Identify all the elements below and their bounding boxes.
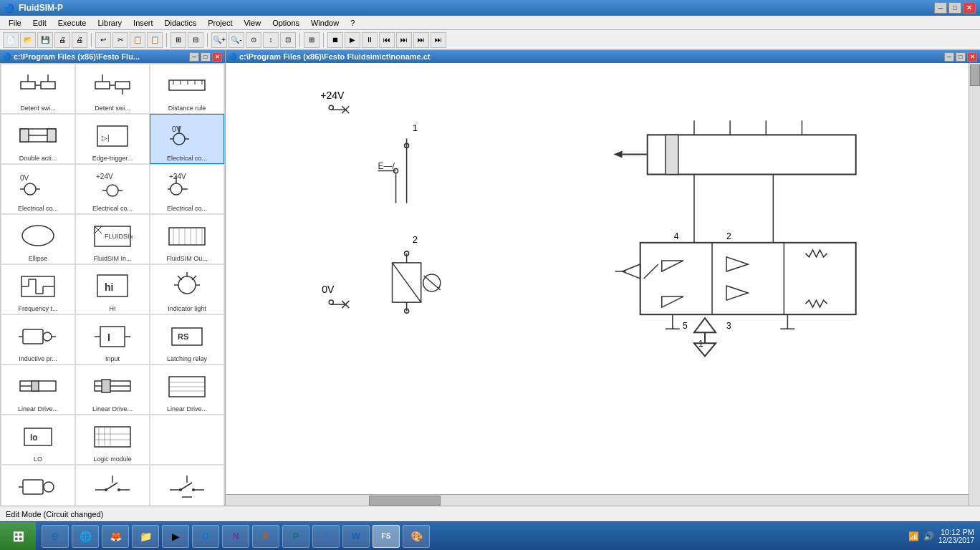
undo-button[interactable]: ↩ bbox=[95, 32, 111, 48]
taskbar-firefox[interactable]: 🦊 bbox=[102, 525, 129, 548]
menu-library[interactable]: Library bbox=[92, 17, 128, 29]
end-button[interactable]: ⏭ bbox=[431, 32, 446, 48]
svg-point-40 bbox=[22, 226, 54, 246]
lib-item-electrical-co4[interactable]: +24V Electrical co... bbox=[150, 164, 224, 214]
library-scroll[interactable]: Detent swi... Detent swi... Distance rul… bbox=[0, 63, 225, 506]
title-bar-controls: ─ □ ✕ bbox=[934, 2, 976, 14]
lib-item-electrical-co1[interactable]: 0V Electrical co... bbox=[150, 114, 224, 164]
menu-edit[interactable]: Edit bbox=[27, 17, 52, 29]
menu-insert[interactable]: Insert bbox=[128, 17, 159, 29]
taskbar-visio[interactable]: V bbox=[312, 525, 340, 548]
exhaust-triangle1 bbox=[694, 318, 716, 332]
svg-rect-81 bbox=[32, 381, 39, 391]
menu-didactics[interactable]: Didactics bbox=[159, 17, 203, 29]
canvas-minimize[interactable]: ─ bbox=[944, 52, 954, 62]
canvas-scrollbar-horizontal[interactable] bbox=[226, 494, 969, 506]
menu-options[interactable]: Options bbox=[266, 17, 305, 29]
step-back-button[interactable]: ⏮ bbox=[379, 32, 395, 48]
taskbar-publisher[interactable]: P bbox=[282, 525, 309, 548]
taskbar-outlook[interactable]: O bbox=[192, 525, 219, 548]
pause-button[interactable]: ⏸ bbox=[362, 32, 378, 48]
taskbar-powerpoint[interactable]: P bbox=[252, 525, 279, 548]
canvas-scrollbar-vertical[interactable] bbox=[969, 63, 980, 506]
lib-item-hi-label: HI bbox=[110, 305, 116, 312]
zoom-reset-button[interactable]: ↕ bbox=[263, 32, 279, 48]
label-2-left: 2 bbox=[413, 234, 418, 245]
maximize-button[interactable]: □ bbox=[948, 2, 961, 14]
zoom-in-button[interactable]: 🔍+ bbox=[211, 32, 227, 48]
lib-item-lo[interactable]: lo LO bbox=[1, 415, 75, 465]
lib-item-electrical-co2[interactable]: 0V Electrical co... bbox=[1, 164, 75, 214]
taskbar-paint[interactable]: 🎨 bbox=[403, 525, 430, 548]
lib-item-linear-drive1[interactable]: Linear Drive... bbox=[1, 365, 75, 415]
ungroup-button[interactable]: ⊟ bbox=[188, 32, 203, 48]
taskbar-onenote[interactable]: N bbox=[222, 525, 249, 548]
open-button[interactable]: 📂 bbox=[20, 32, 36, 48]
taskbar-folder[interactable]: 📁 bbox=[132, 525, 159, 548]
lib-item-input[interactable]: I Input bbox=[75, 314, 150, 365]
zoom-out-button[interactable]: 🔍- bbox=[229, 32, 244, 48]
taskbar-word[interactable]: W bbox=[342, 525, 370, 548]
menu-help[interactable]: ? bbox=[345, 17, 360, 29]
print-preview-button[interactable]: 🖨 bbox=[54, 32, 70, 48]
lib-item-magnetic-pr[interactable]: Magnetic pr... bbox=[1, 465, 75, 506]
taskbar-ie[interactable]: e bbox=[42, 525, 69, 548]
menu-file[interactable]: File bbox=[3, 17, 27, 29]
menu-execute[interactable]: Execute bbox=[52, 17, 92, 29]
start-button[interactable]: ⊞ bbox=[0, 522, 36, 550]
lib-item-distance-rule[interactable]: Distance rule bbox=[150, 64, 224, 114]
paste-button[interactable]: 📋 bbox=[147, 32, 163, 48]
copy-button[interactable]: 📋 bbox=[130, 32, 145, 48]
lib-item-latching-relay[interactable]: RS Latching relay bbox=[150, 314, 224, 365]
lib-item-logic-module[interactable]: Logic module bbox=[75, 415, 150, 465]
lib-item-detent-switch1[interactable]: Detent swi... bbox=[1, 64, 75, 114]
scrollbar-thumb-vertical[interactable] bbox=[970, 64, 980, 86]
lib-item-detent-switch2[interactable]: Detent swi... bbox=[75, 64, 150, 114]
lib-item-double-actuator-label: Double acti... bbox=[19, 155, 57, 162]
canvas-maximize[interactable]: □ bbox=[956, 52, 966, 62]
step-forward-button[interactable]: ⏭ bbox=[396, 32, 412, 48]
lib-item-placeholder1[interactable] bbox=[150, 415, 224, 465]
lib-item-frequency[interactable]: Frequency t... bbox=[1, 264, 75, 314]
lib-item-linear-drive3[interactable]: Linear Drive... bbox=[150, 365, 224, 415]
lib-item-make-switch[interactable]: Make switch bbox=[75, 465, 150, 506]
group-button[interactable]: ⊞ bbox=[170, 32, 186, 48]
zoom-fit-button[interactable]: ⊡ bbox=[280, 32, 296, 48]
lib-item-inductive-pr[interactable]: Inductive pr... bbox=[1, 314, 75, 365]
print-button[interactable]: 🖨 bbox=[72, 32, 87, 48]
library-maximize[interactable]: □ bbox=[201, 52, 211, 62]
taskbar-fluidsim[interactable]: FS bbox=[373, 525, 400, 548]
table-button[interactable]: ⊞ bbox=[304, 32, 320, 48]
menu-view[interactable]: View bbox=[238, 17, 266, 29]
minimize-button[interactable]: ─ bbox=[934, 2, 947, 14]
library-close[interactable]: ✕ bbox=[212, 52, 222, 62]
lib-item-electrical-co3[interactable]: +24V Electrical co... bbox=[75, 164, 150, 214]
play-button[interactable]: ▶ bbox=[345, 32, 360, 48]
lib-item-edge-trigger[interactable]: ▷| Edge-trigger... bbox=[75, 114, 150, 164]
fast-forward-button[interactable]: ⏭ bbox=[413, 32, 429, 48]
zoom-actual-button[interactable]: ⊙ bbox=[246, 32, 261, 48]
taskbar-media[interactable]: ▶ bbox=[162, 525, 189, 548]
new-button[interactable]: 📄 bbox=[3, 32, 19, 48]
library-minimize[interactable]: ─ bbox=[189, 52, 199, 62]
scrollbar-thumb-horizontal[interactable] bbox=[369, 496, 441, 506]
lib-item-double-actuator[interactable]: Double acti... bbox=[1, 114, 75, 164]
save-button[interactable]: 💾 bbox=[37, 32, 53, 48]
lib-item-linear-drive2[interactable]: Linear Drive... bbox=[75, 365, 150, 415]
lib-item-ellipse[interactable]: Ellipse bbox=[1, 214, 75, 264]
taskbar-chrome[interactable]: 🌐 bbox=[72, 525, 99, 548]
menu-project[interactable]: Project bbox=[202, 17, 238, 29]
lib-item-indicator-light[interactable]: Indicator light bbox=[150, 264, 224, 314]
stop-button[interactable]: ⏹ bbox=[327, 32, 343, 48]
festo-icon: 🔵 bbox=[3, 53, 11, 60]
valve-diag1 bbox=[644, 264, 658, 279]
circuit-canvas[interactable]: +24V 0V 1 E—/ bbox=[226, 63, 980, 506]
cut-button[interactable]: ✂ bbox=[112, 32, 128, 48]
lib-item-make-switch2[interactable]: Make switch... bbox=[150, 465, 224, 506]
menu-window[interactable]: Window bbox=[305, 17, 345, 29]
canvas-close[interactable]: ✕ bbox=[967, 52, 977, 62]
lib-item-fluidsim-indicator[interactable]: FLUIDSIM FluidSIM In... bbox=[75, 214, 150, 264]
close-button[interactable]: ✕ bbox=[963, 2, 976, 14]
lib-item-hi[interactable]: hi HI bbox=[75, 264, 150, 314]
lib-item-fluidsim-output[interactable]: FluidSIM Ou... bbox=[150, 214, 224, 264]
